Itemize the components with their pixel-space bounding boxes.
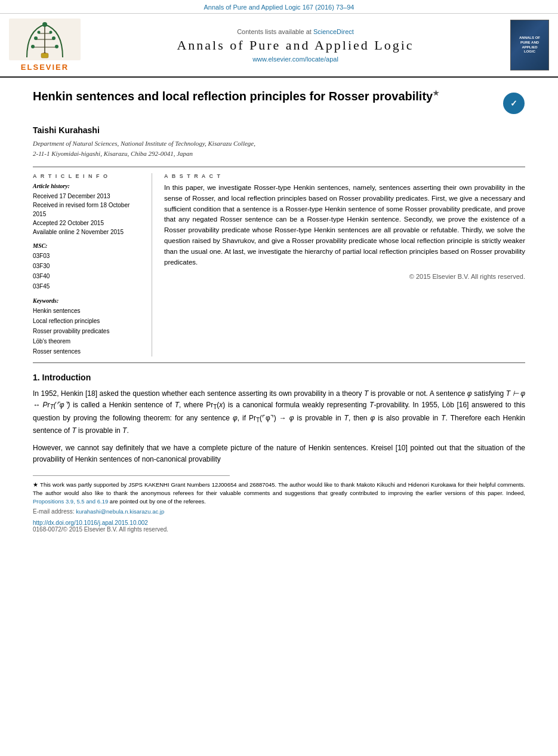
section-divider-2	[33, 362, 525, 363]
abstract-label: A B S T R A C T	[164, 173, 525, 179]
paper-title: Henkin sentences and local reflection pr…	[33, 88, 497, 104]
available-date: Available online 2 November 2015	[33, 228, 143, 236]
paper-title-section: Henkin sentences and local reflection pr…	[33, 88, 525, 117]
keyword-2: Local reflection principles	[33, 316, 143, 326]
footnote-end-text: are pointed out by one of the referees.	[108, 498, 206, 505]
main-content: Henkin sentences and local reflection pr…	[0, 78, 558, 545]
abstract-column: A B S T R A C T In this paper, we invest…	[164, 173, 525, 357]
msc-label: MSC:	[33, 242, 143, 249]
journal-cover-image: ANNALS OFPURE ANDAPPLIEDLOGIC	[510, 20, 549, 70]
accepted-date: Accepted 22 October 2015	[33, 219, 143, 228]
journal-title-header: Annals of Pure and Applied Logic	[177, 38, 414, 53]
doi-line[interactable]: http://dx.doi.org/10.1016/j.apal.2015.10…	[33, 520, 525, 526]
keyword-3: Rosser provability predicates	[33, 326, 143, 336]
msc-code-1: 03F03	[33, 251, 143, 261]
issn-line: 0168-0072/© 2015 Elsevier B.V. All right…	[33, 526, 525, 533]
revised-date: Received in revised form 18 October 2015	[33, 201, 143, 219]
crossmark-badge[interactable]: ✓	[502, 92, 525, 117]
svg-point-6	[52, 36, 56, 40]
svg-point-5	[34, 36, 38, 40]
intro-paragraph-1: In 1952, Henkin [18] asked the question …	[33, 388, 525, 437]
svg-point-8	[50, 31, 53, 34]
svg-point-11	[55, 45, 58, 48]
journal-url[interactable]: www.elsevier.com/locate/apal	[252, 56, 338, 63]
svg-point-10	[31, 45, 35, 48]
footnote-star-text: ★ This work was partly supported by JSPS…	[33, 481, 525, 506]
svg-point-7	[38, 31, 41, 34]
author-affiliation: Department of Natural Sciences, National…	[33, 139, 525, 158]
article-info-column: A R T I C L E I N F O Article history: R…	[33, 173, 152, 357]
footnote-email-line: E-mail address: kurahashi@nebula.n.kisar…	[33, 508, 525, 515]
contents-list-line: Contents lists available at ScienceDirec…	[237, 28, 354, 35]
author-name: Taishi Kurahashi	[33, 125, 525, 135]
msc-code-2: 03F30	[33, 261, 143, 271]
svg-rect-13	[41, 53, 48, 58]
journal-citation-bar: Annals of Pure and Applied Logic 167 (20…	[0, 0, 558, 14]
msc-code-4: 03F45	[33, 281, 143, 291]
title-star-footnote: ★	[433, 89, 439, 97]
footnote-main-text: This work was partly supported by JSPS K…	[33, 481, 525, 496]
sciencedirect-link[interactable]: ScienceDirect	[313, 28, 354, 35]
keyword-4: Löb's theorem	[33, 336, 143, 346]
svg-text:✓: ✓	[510, 99, 517, 108]
article-info-label: A R T I C L E I N F O	[33, 173, 143, 179]
keyword-1: Henkin sentences	[33, 306, 143, 316]
received-date: Received 17 December 2013	[33, 192, 143, 201]
svg-point-9	[42, 22, 47, 27]
propositions-link[interactable]: Propositions 3.9, 5.5 and 6.19	[33, 498, 108, 505]
keyword-5: Rosser sentences	[33, 346, 143, 357]
elsevier-tree-icon	[9, 19, 81, 60]
intro-paragraph-2: However, we cannot say definitely that w…	[33, 442, 525, 465]
journal-cover-text: ANNALS OFPURE ANDAPPLIEDLOGIC	[519, 36, 540, 54]
journal-center: Contents lists available at ScienceDirec…	[90, 19, 501, 72]
journal-citation: Annals of Pure and Applied Logic 167 (20…	[204, 4, 354, 11]
journal-header: ELSEVIER Contents lists available at Sci…	[0, 14, 558, 78]
keywords-label: Keywords:	[33, 297, 143, 304]
introduction-heading: 1. Introduction	[33, 373, 525, 382]
footnote-star-symbol: ★	[33, 481, 40, 488]
email-label: E-mail address:	[33, 508, 74, 515]
elsevier-label: ELSEVIER	[21, 63, 69, 72]
crossmark-icon: ✓	[502, 92, 525, 115]
elsevier-logo-section: ELSEVIER	[6, 19, 84, 72]
keywords-list: Henkin sentences Local reflection princi…	[33, 306, 143, 357]
journal-cover-section: ANNALS OFPURE ANDAPPLIEDLOGIC	[507, 19, 552, 72]
abstract-copyright: © 2015 Elsevier B.V. All rights reserved…	[164, 273, 525, 280]
msc-code-3: 03F40	[33, 271, 143, 281]
section-divider-1	[33, 167, 525, 167]
article-history-label: Article history:	[33, 183, 143, 189]
abstract-text: In this paper, we investigate Rosser-typ…	[164, 183, 525, 268]
page: Annals of Pure and Applied Logic 167 (20…	[0, 0, 558, 756]
email-link[interactable]: kurahashi@nebula.n.kisarazu.ac.jp	[76, 508, 164, 515]
msc-codes: 03F03 03F30 03F40 03F45	[33, 251, 143, 291]
paper-title-container: Henkin sentences and local reflection pr…	[33, 88, 497, 104]
footnote-divider	[33, 475, 230, 476]
article-info-abstract-section: A R T I C L E I N F O Article history: R…	[33, 173, 525, 357]
